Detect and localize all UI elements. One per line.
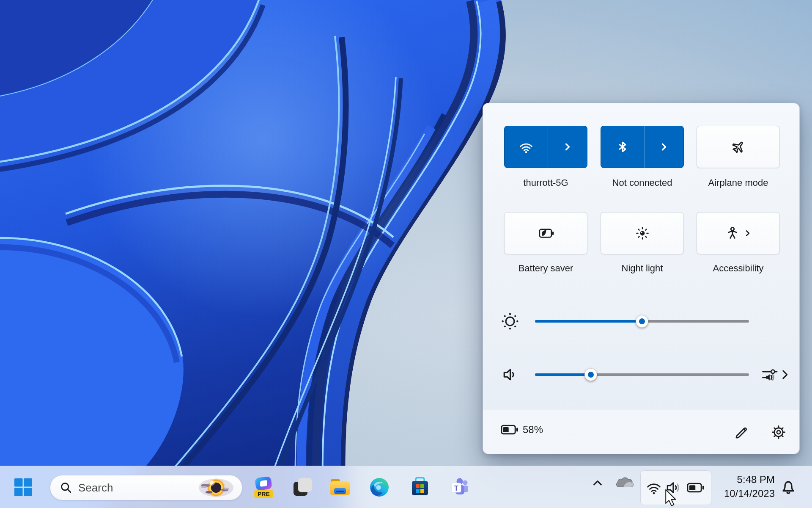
- tray-notifications[interactable]: [779, 466, 798, 508]
- bluetooth-tile[interactable]: [601, 126, 684, 168]
- tray-show-hidden-icons[interactable]: [588, 466, 607, 500]
- night-light-icon: [635, 226, 650, 241]
- volume-slider[interactable]: [535, 373, 749, 376]
- night-light-label: Night light: [601, 262, 684, 275]
- taskbar-app-window-switcher[interactable]: [291, 475, 314, 499]
- bluetooth-toggle[interactable]: [601, 126, 644, 168]
- bluetooth-expand-button[interactable]: [644, 126, 683, 168]
- battery-icon: [500, 423, 518, 436]
- accessibility-tile[interactable]: [697, 212, 780, 254]
- brightness-sun-icon: [501, 312, 519, 331]
- tray-onedrive[interactable]: [615, 466, 634, 500]
- accessibility-icon: [725, 226, 740, 240]
- settings-gear-icon: [771, 425, 786, 440]
- edit-pencil-icon: [734, 425, 749, 439]
- taskbar-app-teams[interactable]: T: [447, 475, 471, 499]
- airplane-mode-tile[interactable]: [697, 126, 780, 168]
- battery-saver-icon: [537, 226, 555, 240]
- search-box[interactable]: Search: [50, 475, 242, 500]
- taskbar: Search: [0, 466, 812, 508]
- airplane-icon: [730, 139, 746, 155]
- wifi-icon: [645, 480, 662, 495]
- windows-logo: [14, 478, 32, 496]
- audio-output-icon: [762, 367, 779, 382]
- volume-slider-thumb[interactable]: [584, 368, 597, 381]
- chevron-right-icon: [744, 229, 752, 237]
- teams-icon: T: [448, 478, 469, 497]
- audio-output-picker[interactable]: [756, 363, 795, 386]
- accessibility-label: Accessibility: [697, 262, 780, 275]
- teams-letter: T: [454, 484, 459, 492]
- tray-time: 5:48 PM: [698, 472, 775, 486]
- brightness-slider[interactable]: [535, 320, 749, 323]
- file-explorer-icon: [329, 478, 351, 497]
- search-icon: [60, 481, 72, 494]
- notification-bell-icon: [781, 480, 796, 494]
- chevron-right-icon: [660, 143, 668, 151]
- search-placeholder: Search: [78, 481, 198, 494]
- tray-clock[interactable]: 5:48 PM 10/14/2023: [698, 472, 775, 500]
- wifi-tile-label: thurrott-5G: [504, 177, 587, 189]
- edge-icon: [369, 477, 390, 497]
- night-light-tile[interactable]: [601, 212, 684, 254]
- wifi-tile[interactable]: [504, 126, 587, 168]
- chevron-right-icon: [563, 143, 572, 151]
- battery-percent: 58%: [523, 424, 543, 436]
- cloud-icon: [615, 476, 634, 490]
- window-switcher-icon: [292, 477, 313, 497]
- mouse-cursor: [661, 487, 679, 508]
- battery-saver-label: Battery saver: [504, 262, 587, 275]
- airplane-tile-label: Airplane mode: [697, 177, 780, 189]
- annular-eclipse-graphic: [198, 477, 234, 498]
- start-button[interactable]: [11, 475, 35, 499]
- wifi-toggle[interactable]: [505, 126, 548, 168]
- taskbar-app-file-explorer[interactable]: [328, 475, 352, 499]
- chevron-right-icon: [780, 369, 790, 381]
- bluetooth-icon: [616, 140, 629, 154]
- tray-date: 10/14/2023: [698, 486, 775, 500]
- copilot-pre-badge: PRE: [258, 491, 270, 497]
- all-settings-button[interactable]: [769, 420, 788, 445]
- desktop: thurrott-5G Not connected Airplane mode: [0, 0, 812, 508]
- wifi-icon: [518, 139, 535, 155]
- edit-quick-settings-button[interactable]: [732, 420, 751, 445]
- quick-settings-panel: thurrott-5G Not connected Airplane mode: [483, 103, 800, 454]
- wifi-expand-button[interactable]: [548, 126, 587, 168]
- speaker-icon[interactable]: [501, 365, 519, 384]
- copilot-icon: PRE: [253, 476, 274, 498]
- taskbar-app-store[interactable]: [408, 475, 432, 499]
- taskbar-app-edge[interactable]: [368, 475, 391, 499]
- microsoft-store-icon: [410, 477, 430, 497]
- taskbar-app-copilot[interactable]: PRE: [252, 475, 275, 499]
- quick-settings-footer: 58%: [483, 410, 799, 454]
- bluetooth-tile-label: Not connected: [601, 177, 684, 189]
- chevron-up-icon: [592, 478, 603, 488]
- brightness-slider-thumb[interactable]: [636, 315, 648, 328]
- battery-saver-tile[interactable]: [504, 212, 587, 254]
